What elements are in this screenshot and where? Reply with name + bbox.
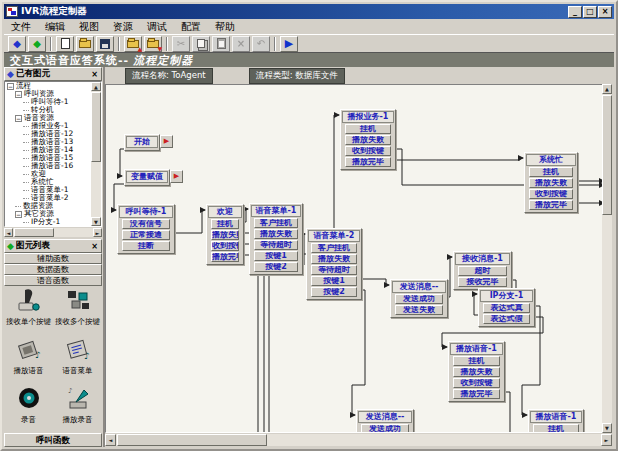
node-outcome[interactable]: 播放失败 [453,367,500,377]
import-flow-icon[interactable]: ▲ [124,36,142,52]
flow-node-欢迎-3[interactable]: 欢迎挂机播放失败收到按键播放完毕 [206,204,244,265]
existing-elements-panel-header[interactable]: ◆ 已有图元 × [4,67,102,81]
node-outcome[interactable]: 播放失败 [254,229,298,239]
tree-scroll-up-button[interactable]: ▲ [91,82,101,91]
node-title[interactable]: 发送消息-- [392,281,446,293]
node-outcome[interactable]: 挂机 [529,167,573,177]
run-icon[interactable]: ▶ [280,36,298,52]
voice-menu-tool[interactable]: ♪语音菜单 [53,336,102,385]
close-button[interactable]: × [598,6,612,18]
node-title[interactable]: 变量赋值 [126,171,168,183]
single-key-tool[interactable]: 接收单个按键 [4,287,53,336]
canvas-scroll-right-button[interactable]: ► [601,434,612,446]
node-title[interactable]: 播放语音-1 [530,411,582,423]
node-outcome[interactable]: 客户挂机 [254,218,298,228]
node-outcome[interactable]: 播放失败 [345,135,391,145]
flow-node-播报业务-1-5[interactable]: 播报业务-1挂机播放失败收到按键播放完毕 [340,109,396,170]
flow-node-播放语音-1-13[interactable]: 播放语音-1挂机播放失败收到按键播放完毕 [528,409,584,433]
tree-vertical-scrollbar[interactable]: ▲ ▼ [91,82,101,226]
minimize-button[interactable]: _ [568,6,582,18]
node-outcome[interactable]: 按键1 [311,276,357,286]
node-outcome[interactable]: 按键2 [254,262,298,272]
node-outcome[interactable]: 挂机 [345,124,391,134]
menu-item-1[interactable]: 编辑 [38,19,72,35]
tree-scroll-right-button[interactable]: ► [93,228,102,237]
canvas-vertical-scrollbar[interactable]: ▲ ▼ [602,84,612,433]
flow-node-IP分支-1-10[interactable]: IP分支-1表达式真表达式假 [478,288,535,327]
node-outcome[interactable]: 收到按键 [529,189,573,199]
canvas-scroll-down-button[interactable]: ▼ [602,423,612,433]
category-button-1[interactable]: 数据函数 [4,264,102,275]
tree-item-播放语音-16[interactable]: 播放语音-16 [5,162,101,170]
title-bar[interactable]: IVR流程定制器 _□× [4,4,614,19]
node-outcome[interactable]: 播放完毕 [211,252,239,262]
tree-horizontal-scrollbar[interactable]: ◄ ► [4,228,102,237]
export-flow-icon[interactable]: ▼ [144,36,162,52]
category-button-0[interactable]: 辅助函数 [4,253,102,264]
tree-expander-icon[interactable]: − [7,83,14,90]
node-outcome[interactable]: 接收完毕 [458,277,507,287]
multi-key-tool[interactable]: 接收多个按键 [53,287,102,336]
open-file-icon[interactable] [76,36,94,52]
flow-node-系统忙-9[interactable]: 系统忙挂机播放失败收到按键播放完毕 [524,152,578,213]
play-record-tool[interactable]: ♪播放录音 [53,385,102,434]
flow-node-语音菜单-1-4[interactable]: 语音菜单-1客户挂机播放失败等待超时按键1按键2 [249,203,303,275]
node-title[interactable]: 系统忙 [526,154,576,166]
node-title[interactable]: 播报业务-1 [342,111,394,123]
node-outcome[interactable]: 挂机 [211,219,239,229]
tree-expander-icon[interactable]: − [15,211,22,218]
tree-scroll-down-button[interactable]: ▼ [91,217,101,226]
maximize-button[interactable]: □ [583,6,597,18]
save-icon[interactable] [96,36,114,52]
node-outcome[interactable]: 正常接通 [122,230,170,240]
tree-expander-icon[interactable]: − [15,91,22,98]
node-outcome[interactable]: 等待超时 [254,240,298,250]
node-title[interactable]: 语音菜单-2 [308,230,360,242]
node-title[interactable]: 语音菜单-1 [251,205,301,217]
node-outcome[interactable]: 挂断 [122,241,170,251]
flow-node-发送消息---12[interactable]: 发送消息--发送成功发送失败 [356,409,414,433]
node-outcome[interactable]: 收到按键 [345,146,391,156]
canvas-horizontal-scrollbar[interactable]: ◄ ► [105,434,612,446]
canvas-scroll-up-button[interactable]: ▲ [602,84,612,94]
flow-node-发送消息---7[interactable]: 发送消息--发送成功发送失败 [390,279,448,318]
node-title[interactable]: 呼叫等待-1 [119,206,173,218]
menu-item-3[interactable]: 资源 [106,19,140,35]
tree-scroll-thumb[interactable] [91,92,101,162]
new-file-icon[interactable] [56,36,74,52]
node-outcome[interactable]: 播放完毕 [345,157,391,167]
flow-node-接收消息-1-8[interactable]: 接收消息-1超时接收完毕 [453,251,512,290]
flow-node-语音菜单-2-6[interactable]: 语音菜单-2客户挂机播放失败等待超时按键1按键2 [306,228,362,300]
flow-node-开始-0[interactable]: 开始▶ [124,134,160,151]
node-title[interactable]: 欢迎 [208,206,242,218]
node-title[interactable]: 播放语音-1 [450,343,503,355]
node-outcome[interactable]: 播放完毕 [529,200,573,210]
tree-scroll-left-button[interactable]: ◄ [4,228,13,237]
node-outcome[interactable]: 表达式假 [483,314,530,324]
canvas-scroll-thumb[interactable] [602,95,612,215]
element-list-panel-header[interactable]: ◆ 图元列表 × [4,239,102,253]
record-tool[interactable]: 录音 [4,385,53,434]
flow-node-播放语音-1-11[interactable]: 播放语音-1挂机播放失败收到按键播放完毕 [448,341,505,402]
play-voice-tool[interactable]: ♪播放语音 [4,336,53,385]
node-outcome[interactable]: 挂机 [453,356,500,366]
canvas-scroll-left-button[interactable]: ◄ [105,434,116,446]
nav-forward-icon[interactable]: ◆ [28,36,46,52]
node-outcome[interactable]: 等待超时 [311,265,357,275]
node-outcome[interactable]: 发送成功 [395,294,443,304]
node-outcome[interactable]: 收到按键 [211,241,239,251]
node-title[interactable]: 开始 [126,136,158,148]
node-outcome[interactable]: 客户挂机 [311,243,357,253]
tree-item-IP分支-1[interactable]: IP分支-1 [5,218,101,226]
menu-item-4[interactable]: 调试 [140,19,174,35]
panel-close-icon[interactable]: × [90,70,99,79]
call-functions-button[interactable]: 呼叫函数 [4,433,102,447]
flow-canvas[interactable]: 开始▶变量赋值▶呼叫等待-1没有信号正常接通挂断欢迎挂机播放失败收到按键播放完毕… [105,84,603,433]
node-outcome[interactable]: 按键1 [254,251,298,261]
tree-item-语音菜单-2[interactable]: 语音菜单-2 [5,194,101,202]
node-outcome[interactable]: 播放失败 [311,254,357,264]
flow-node-变量赋值-1[interactable]: 变量赋值▶ [124,169,170,186]
node-outcome[interactable]: 超时 [458,266,507,276]
menu-item-6[interactable]: 帮助 [208,19,242,35]
node-outcome[interactable]: 发送成功 [361,424,409,433]
